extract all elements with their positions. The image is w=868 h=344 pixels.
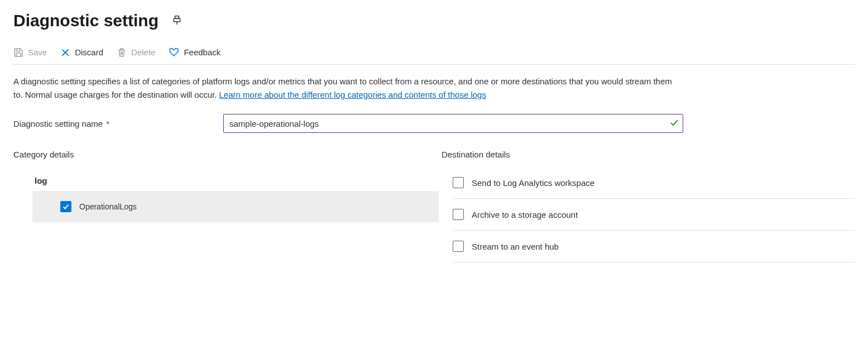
delete-button[interactable]: Delete bbox=[117, 46, 155, 59]
trash-icon bbox=[117, 47, 127, 58]
svg-rect-3 bbox=[16, 53, 21, 56]
destination-label: Send to Log Analytics workspace bbox=[472, 178, 594, 188]
name-field-label: Diagnostic setting name * bbox=[13, 119, 223, 128]
save-icon bbox=[13, 47, 23, 58]
feedback-button[interactable]: Feedback bbox=[169, 46, 220, 59]
svg-rect-1 bbox=[174, 18, 180, 22]
heart-icon bbox=[169, 47, 179, 58]
category-details-column: Category details log OperationalLogs bbox=[13, 150, 442, 222]
destination-item-storage: Archive to a storage account bbox=[453, 199, 855, 231]
operational-logs-checkbox[interactable] bbox=[60, 201, 71, 212]
log-group-label: log bbox=[32, 173, 439, 191]
destination-label: Stream to an event hub bbox=[472, 242, 559, 251]
page-header: Diagnostic setting bbox=[13, 11, 855, 30]
destination-item-event-hub: Stream to an event hub bbox=[453, 231, 855, 262]
destination-details-heading: Destination details bbox=[442, 150, 855, 159]
destination-label: Archive to a storage account bbox=[472, 210, 578, 219]
pin-icon[interactable] bbox=[172, 15, 182, 27]
diagnostic-setting-name-input[interactable] bbox=[223, 114, 683, 133]
save-label: Save bbox=[28, 47, 47, 57]
page-title: Diagnostic setting bbox=[13, 11, 159, 30]
close-icon bbox=[60, 47, 70, 58]
log-category-item: OperationalLogs bbox=[32, 191, 439, 222]
valid-check-icon bbox=[670, 118, 679, 129]
delete-label: Delete bbox=[131, 47, 155, 57]
discard-button[interactable]: Discard bbox=[60, 46, 103, 59]
send-log-analytics-checkbox[interactable] bbox=[453, 177, 464, 188]
archive-storage-checkbox[interactable] bbox=[453, 209, 464, 220]
toolbar: Save Discard Delete Fee bbox=[13, 46, 855, 65]
save-button[interactable]: Save bbox=[13, 46, 47, 59]
required-marker: * bbox=[106, 119, 109, 128]
destination-item-log-analytics: Send to Log Analytics workspace bbox=[453, 173, 855, 199]
destination-details-column: Destination details Send to Log Analytic… bbox=[442, 150, 855, 262]
discard-label: Discard bbox=[75, 47, 103, 57]
description-text: A diagnostic setting specifies a list of… bbox=[13, 75, 683, 102]
name-field-row: Diagnostic setting name * bbox=[13, 114, 855, 133]
feedback-label: Feedback bbox=[184, 47, 220, 57]
stream-event-hub-checkbox[interactable] bbox=[453, 241, 464, 252]
log-category-label: OperationalLogs bbox=[79, 202, 137, 211]
learn-more-link[interactable]: Learn more about the different log categ… bbox=[219, 90, 486, 99]
category-details-heading: Category details bbox=[13, 150, 442, 159]
